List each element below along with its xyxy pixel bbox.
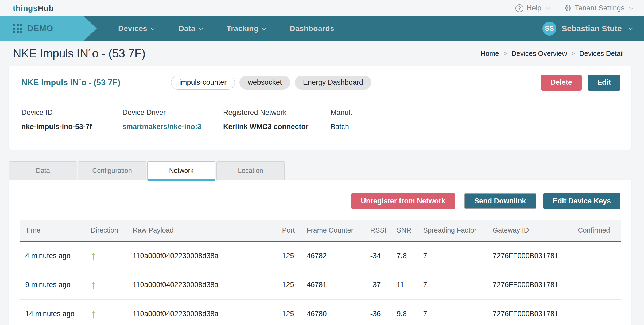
- network-actions: Unregister from Network Send Downlink Ed…: [9, 193, 631, 209]
- topbar-right: ? Help ⚙ Tenant Settings: [515, 4, 632, 12]
- field-value: Batch: [331, 123, 411, 131]
- field-label: Device ID: [21, 109, 122, 117]
- col-frame-counter: Frame Counter: [301, 220, 364, 241]
- tag-websocket[interactable]: websocket: [239, 76, 290, 90]
- cell-time: 9 minutes ago: [20, 270, 85, 299]
- tab-location[interactable]: Location: [216, 161, 285, 180]
- col-gateway-id: Gateway ID: [487, 220, 572, 241]
- nav-item-tracking[interactable]: Tracking: [227, 24, 265, 33]
- uplink-arrow-icon: ↑: [91, 250, 96, 262]
- tab-data[interactable]: Data: [9, 161, 77, 180]
- cell-raw-payload: 110a000f0402230008d38a: [127, 241, 276, 270]
- tab-configuration[interactable]: Configuration: [78, 161, 146, 180]
- tag-energy-dashboard[interactable]: Energy Dashboard: [295, 76, 371, 90]
- edit-device-keys-button[interactable]: Edit Device Keys: [543, 193, 620, 209]
- cell-gateway-id: 7276FF000B031781: [487, 241, 572, 270]
- user-menu[interactable]: SS Sebastian Stute: [542, 16, 632, 41]
- user-name: Sebastian Stute: [562, 24, 622, 33]
- cell-port: 125: [276, 241, 301, 270]
- page-head: NKE Impuls IN´o - (53 7F) Home > Devices…: [0, 41, 644, 66]
- field-value: Kerlink WMC3 connector: [223, 123, 331, 131]
- nav-label: Tracking: [227, 24, 258, 33]
- nav-item-devices[interactable]: Devices: [118, 24, 154, 33]
- nav-label: Dashboards: [290, 24, 334, 33]
- field-label: Device Driver: [122, 109, 223, 117]
- tenant-settings-menu[interactable]: ⚙ Tenant Settings: [564, 4, 632, 12]
- device-card: NKE Impuls IN´o - (53 7F) impuls-counter…: [9, 66, 631, 150]
- table-body: 4 minutes ago ↑ 110a000f0402230008d38a 1…: [20, 241, 621, 325]
- field-device-driver: Device Driver smartmakers/nke-ino:3: [122, 109, 223, 131]
- detail-tabs: Data Configuration Network Location: [9, 161, 631, 180]
- tab-network[interactable]: Network: [147, 161, 215, 180]
- grid-icon: [13, 24, 22, 33]
- cell-snr: 11: [391, 270, 417, 299]
- device-fields: Device ID nke-impuls-ino-53-7f Device Dr…: [9, 99, 631, 131]
- col-confirmed: Confirmed: [572, 220, 621, 241]
- edit-button[interactable]: Edit: [588, 75, 620, 91]
- chevron-down-icon: [151, 26, 155, 30]
- col-time: Time: [20, 220, 85, 241]
- field-value: nke-impuls-ino-53-7f: [21, 123, 122, 131]
- brand-hub: Hub: [38, 4, 54, 13]
- send-downlink-button[interactable]: Send Downlink: [464, 193, 536, 209]
- col-spreading-factor: Spreading Factor: [417, 220, 487, 241]
- col-direction: Direction: [85, 220, 127, 241]
- device-actions: Delete Edit: [541, 75, 620, 91]
- cell-spreading-factor: 7: [417, 241, 487, 270]
- breadcrumb-home[interactable]: Home: [480, 49, 499, 58]
- nav-item-data[interactable]: Data: [179, 24, 202, 33]
- device-tags: impuls-counter websocket Energy Dashboar…: [171, 76, 371, 90]
- help-menu[interactable]: ? Help: [515, 4, 549, 12]
- tenant-switcher[interactable]: DEMO: [0, 16, 97, 41]
- tenant-settings-label: Tenant Settings: [575, 4, 624, 12]
- cell-direction: ↑: [85, 299, 127, 325]
- table-row: 14 minutes ago ↑ 110a000f0402230008d38a …: [20, 299, 621, 325]
- tag-impuls-counter[interactable]: impuls-counter: [171, 76, 235, 90]
- cell-port: 125: [276, 270, 301, 299]
- cell-frame-counter: 46780: [301, 299, 364, 325]
- field-device-id: Device ID nke-impuls-ino-53-7f: [21, 109, 122, 131]
- nav-label: Devices: [118, 24, 147, 33]
- avatar: SS: [542, 22, 556, 36]
- cell-frame-counter: 46781: [301, 270, 364, 299]
- nav-item-dashboards[interactable]: Dashboards: [290, 24, 334, 33]
- nav-items: Devices Data Tracking Dashboards: [118, 16, 334, 41]
- cell-port: 125: [276, 299, 301, 325]
- delete-button[interactable]: Delete: [541, 75, 582, 91]
- uplink-arrow-icon: ↑: [91, 278, 96, 291]
- device-name: NKE Impuls IN´o - (53 7F): [21, 78, 171, 87]
- top-bar: thingsHub ? Help ⚙ Tenant Settings: [0, 0, 644, 16]
- nav-label: Data: [179, 24, 195, 33]
- cell-confirmed: [572, 270, 621, 299]
- breadcrumb: Home > Devices Overview > Devices Detail: [480, 49, 624, 58]
- cell-spreading-factor: 7: [417, 270, 487, 299]
- network-messages-table: Time Direction Raw Payload Port Frame Co…: [20, 220, 621, 325]
- help-icon: ?: [515, 4, 523, 12]
- device-driver-link[interactable]: smartmakers/nke-ino:3: [122, 123, 223, 131]
- cell-gateway-id: 7276FF000B031781: [487, 299, 572, 325]
- gear-icon: ⚙: [564, 4, 572, 12]
- breadcrumb-devices-detail: Devices Detail: [579, 49, 624, 58]
- col-raw-payload: Raw Payload: [127, 220, 276, 241]
- chevron-down-icon: [629, 6, 633, 10]
- cell-rssi: -34: [364, 241, 391, 270]
- col-rssi: RSSI: [364, 220, 391, 241]
- chevron-down-icon: [629, 26, 633, 30]
- col-port: Port: [276, 220, 301, 241]
- chevron-down-icon: [546, 6, 550, 10]
- cell-time: 4 minutes ago: [20, 241, 85, 270]
- breadcrumb-devices-overview[interactable]: Devices Overview: [511, 49, 567, 58]
- field-label: Manuf.: [331, 109, 411, 117]
- field-registered-network: Registered Network Kerlink WMC3 connecto…: [223, 109, 331, 131]
- cell-confirmed: [572, 299, 621, 325]
- network-panel: Unregister from Network Send Downlink Ed…: [9, 180, 631, 325]
- cell-raw-payload: 110a000f0402230008d38a: [127, 299, 276, 325]
- tenant-name: DEMO: [27, 24, 53, 33]
- cell-snr: 7.8: [391, 241, 417, 270]
- unregister-from-network-button[interactable]: Unregister from Network: [351, 193, 455, 209]
- app-logo[interactable]: thingsHub: [13, 4, 54, 13]
- cell-rssi: -37: [364, 270, 391, 299]
- main-nav: DEMO Devices Data Tracking Dashboards SS…: [0, 16, 644, 41]
- cell-confirmed: [572, 241, 621, 270]
- brand-things: things: [13, 4, 38, 13]
